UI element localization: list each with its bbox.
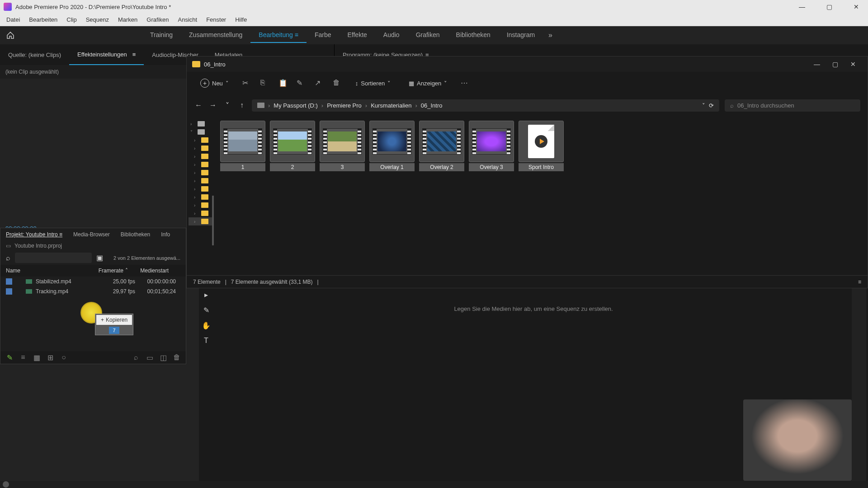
file-label: Overlay 2 — [419, 163, 464, 171]
breadcrumb-drive[interactable]: My Passport (D:) — [274, 102, 318, 109]
panel-menu-icon[interactable]: ≡ — [132, 51, 136, 58]
copy-icon[interactable]: ⎘ — [260, 79, 269, 88]
workspace-tab-grafiken[interactable]: Grafiken — [408, 28, 448, 43]
project-tab[interactable]: Info — [156, 229, 175, 240]
type-tool-icon[interactable]: T — [201, 335, 212, 346]
cut-icon[interactable]: ✂ — [242, 79, 251, 88]
explorer-minimize-button[interactable]: — — [808, 57, 826, 71]
file-item[interactable]: Overlay 2 — [419, 121, 464, 171]
menu-sequenz[interactable]: Sequenz — [81, 14, 113, 25]
bin-icon[interactable]: ▣ — [96, 253, 103, 262]
menu-bearbeiten[interactable]: Bearbeiten — [24, 14, 62, 25]
menu-clip[interactable]: Clip — [62, 14, 81, 25]
row-checkbox[interactable] — [6, 288, 12, 295]
file-item[interactable]: Overlay 3 — [469, 121, 514, 171]
delete-icon[interactable]: 🗑 — [333, 79, 342, 88]
rename-icon[interactable]: ✎ — [297, 79, 306, 88]
find-icon[interactable]: ⌕ — [132, 354, 140, 361]
col-mediastart[interactable]: Medienstart — [128, 267, 169, 274]
col-name[interactable]: Name — [6, 267, 87, 274]
workspace-overflow-icon[interactable]: » — [543, 28, 558, 43]
freeform-view-icon[interactable]: ⊞ — [47, 354, 54, 361]
selection-tool-icon[interactable]: ▸ — [201, 289, 212, 300]
explorer-title: 06_Intro — [204, 61, 808, 68]
tree-scrollbar[interactable] — [212, 196, 214, 245]
more-icon[interactable]: ⋯ — [461, 79, 470, 88]
project-tab[interactable]: Bibliotheken — [115, 229, 156, 240]
new-button[interactable]: + Neu ˅ — [196, 76, 233, 90]
project-row[interactable]: Tracking.mp4 29,97 fps 00;01;50;24 — [0, 286, 186, 296]
search-icon: ⌕ — [730, 102, 734, 109]
project-column-header[interactable]: Name Framerate ˄ Medienstart — [0, 265, 186, 277]
share-icon[interactable]: ↗ — [315, 79, 324, 88]
zoom-slider-icon[interactable]: ○ — [60, 354, 67, 361]
refresh-icon[interactable]: ⟳ — [709, 102, 714, 109]
explorer-close-button[interactable]: ✕ — [844, 57, 862, 71]
breadcrumb-chevron-icon[interactable]: ˅ — [702, 102, 705, 109]
folder-icon — [201, 137, 208, 143]
breadcrumb-folder-2[interactable]: Kursmaterialien — [371, 102, 411, 109]
trash-icon[interactable]: 🗑 — [173, 354, 180, 361]
pen-icon[interactable]: ✎ — [6, 354, 13, 361]
icon-view-icon[interactable]: ▦ — [33, 354, 40, 361]
project-tab[interactable]: Media-Browser — [68, 229, 115, 240]
source-tab[interactable]: Quelle: (keine Clips) — [0, 44, 69, 65]
plus-icon: + — [101, 317, 104, 323]
workspace-tab-zusammenstellung[interactable]: Zusammenstellung — [181, 28, 250, 43]
breadcrumb[interactable]: › My Passport (D:) › Premiere Pro › Kurs… — [252, 99, 719, 112]
view-button[interactable]: ▦ Anzeigen ˅ — [404, 77, 452, 89]
menu-hilfe[interactable]: Hilfe — [231, 14, 251, 25]
project-row[interactable]: Stabilized.mp4 25,00 fps 00:00:00:00 — [0, 277, 186, 286]
panel-menu-icon[interactable]: ≡ — [58, 231, 62, 238]
list-view-icon[interactable]: ≡ — [19, 354, 27, 361]
file-item[interactable]: 1 — [220, 121, 265, 171]
paste-icon[interactable]: 📋 — [278, 79, 288, 88]
pen-tool-icon[interactable]: ✎ — [201, 305, 212, 315]
breadcrumb-folder-3[interactable]: 06_Intro — [421, 102, 443, 109]
search-icon[interactable]: ⌕ — [6, 254, 10, 262]
workspace-menu-icon[interactable]: ≡ — [293, 31, 298, 38]
minimize-button[interactable]: — — [794, 0, 810, 13]
clip-mediastart: 00:00:00:00 — [135, 278, 176, 285]
project-tab[interactable]: Projekt: Youtube Intro ≡ — [0, 229, 68, 240]
file-item[interactable]: 3 — [320, 121, 365, 171]
new-item-icon[interactable]: ◫ — [160, 354, 167, 361]
workspace-tab-bearbeitung[interactable]: Bearbeitung ≡ — [250, 28, 307, 43]
workspace-tab-training[interactable]: Training — [142, 28, 181, 43]
file-item[interactable]: Overlay 1 — [369, 121, 415, 171]
file-item[interactable]: Sport Intro — [519, 121, 564, 171]
menu-marken[interactable]: Marken — [113, 14, 142, 25]
drag-count: 7 — [109, 327, 119, 334]
details-view-icon[interactable]: ≡ — [858, 279, 861, 285]
row-checkbox[interactable] — [6, 278, 12, 285]
forward-icon[interactable]: → — [208, 101, 217, 109]
menu-datei[interactable]: Datei — [2, 14, 24, 25]
project-search-input[interactable] — [15, 253, 92, 263]
home-icon[interactable] — [5, 30, 15, 40]
project-toolbar: ✎ ≡ ▦ ⊞ ○ ⌕ ▭ ◫ 🗑 — [0, 351, 186, 364]
explorer-search-input[interactable]: ⌕ 06_Intro durchsuchen — [725, 99, 860, 112]
sort-button[interactable]: ↕ Sortieren ˅ — [351, 77, 395, 89]
up-icon[interactable]: ↑ — [237, 101, 246, 109]
workspace-tab-bibliotheken[interactable]: Bibliotheken — [448, 28, 499, 43]
col-framerate[interactable]: Framerate ˄ — [87, 267, 128, 274]
history-chevron-icon[interactable]: ˅ — [223, 101, 232, 110]
new-bin-icon[interactable]: ▭ — [146, 354, 153, 361]
workspace-tab-effekte[interactable]: Effekte — [340, 28, 375, 43]
maximize-button[interactable]: ▢ — [821, 0, 837, 13]
breadcrumb-folder-1[interactable]: Premiere Pro — [327, 102, 362, 109]
menu-ansicht[interactable]: Ansicht — [173, 14, 202, 25]
workspace-tab-instagram[interactable]: Instagram — [499, 28, 543, 43]
menu-fenster[interactable]: Fenster — [202, 14, 231, 25]
file-label: Sport Intro — [519, 163, 564, 171]
file-item[interactable]: 2 — [270, 121, 315, 171]
back-icon[interactable]: ← — [194, 101, 203, 109]
workspace-tab-farbe[interactable]: Farbe — [307, 28, 340, 43]
close-button[interactable]: ✕ — [848, 0, 864, 13]
explorer-maximize-button[interactable]: ▢ — [826, 57, 844, 71]
source-tab[interactable]: Effekteinstellungen≡ — [69, 44, 144, 65]
explorer-tree[interactable]: › ˅ › › › › › › › › › › › — [187, 116, 214, 275]
hand-tool-icon[interactable]: ✋ — [201, 320, 212, 331]
menu-grafiken[interactable]: Grafiken — [142, 14, 173, 25]
workspace-tab-audio[interactable]: Audio — [375, 28, 408, 43]
